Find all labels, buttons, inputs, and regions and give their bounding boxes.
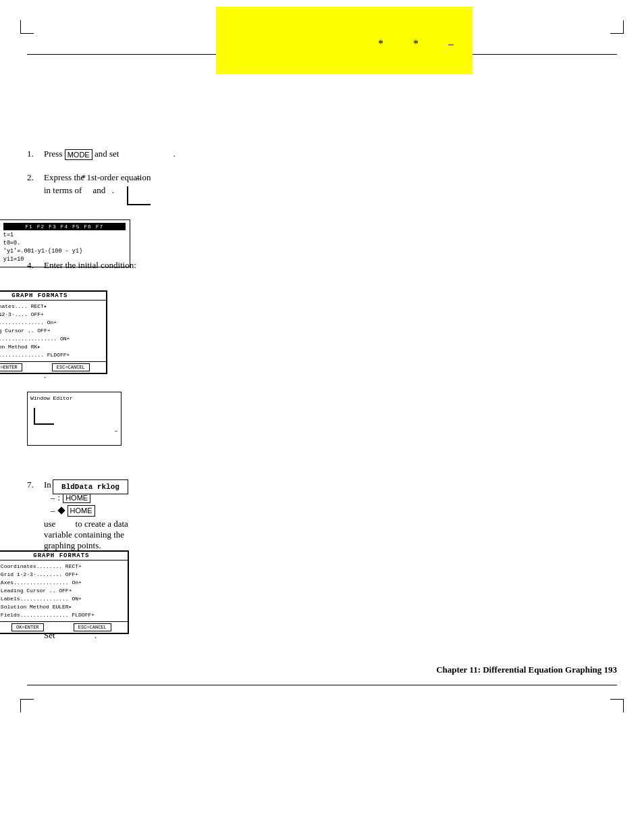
home-key-7b: HOME: [68, 505, 95, 516]
window-editor-box: Window Editor –: [27, 392, 122, 446]
blddata-box: BldData rklog: [53, 479, 128, 494]
gf-row-5-5: Labels.................. ON+: [0, 335, 101, 343]
gf-row-5-8: Labels............... ON+: [1, 595, 122, 603]
bottom-rule: [27, 685, 617, 685]
gf-row-3-8: Axes................. On+: [1, 579, 122, 587]
step-1-dot: .: [173, 149, 175, 159]
step-1-text: Press MODE and set: [44, 149, 119, 160]
mode-key: MODE: [65, 149, 92, 160]
window-dash: –: [30, 428, 118, 435]
graph-format-title-8: GRAPH FORMATS: [0, 552, 128, 561]
page-content: 1. Press MODE and set . 2. Express the 1…: [27, 61, 617, 679]
screen-line-1: t=1: [3, 232, 126, 240]
step-4-content: Enter the initial condition:: [44, 260, 136, 271]
graph-format-buttons-8: OK=ENTER ESC=CANCEL: [0, 621, 128, 633]
step-8: 8. Return to the Y= Editor,press: F1 — o…: [27, 554, 129, 641]
gf-row-2-8: Grid 1·2·3·........ OFF+: [1, 571, 122, 579]
cancel-btn-5[interactable]: ESC=CANCEL: [52, 363, 90, 371]
gf-row-6-8: Solution Method EULER▸: [1, 603, 122, 611]
gf-row-4-8: Leading Cursor .. OFF+: [1, 587, 122, 595]
dash-7b: –: [51, 505, 55, 516]
gf-row-1-5: Coordinates.... RECT▸: [0, 303, 101, 311]
corner-mark-tr: [610, 20, 624, 34]
step-1-number: 1.: [27, 149, 41, 159]
step-4-text: Enter the initial condition:: [44, 260, 136, 271]
step-2-symbols: * –: [82, 172, 151, 208]
gf-row-4-5: Leading Cursor .. OFF+: [0, 327, 101, 335]
highlight-box-symbols: * * –: [378, 38, 459, 50]
bracket-symbol: [127, 186, 151, 205]
step-4: 4. Enter the initial condition:: [27, 260, 136, 271]
gf-row-7-8: Fields............... FLDOFF+: [1, 611, 122, 619]
corner-mark-br: [610, 699, 624, 712]
blddata-text: BldData rklog: [61, 483, 119, 491]
ok-btn-5[interactable]: OK=ENTER: [0, 363, 22, 371]
graph-format-dialog-5: GRAPH FORMATS Coordinates.... RECT▸ Grid…: [0, 290, 107, 374]
step-5: 5. Press: F1 — or — – 1 – Set and .: [27, 294, 107, 381]
step-7-home2: – HOME: [51, 505, 128, 516]
blddata-inner: BldData rklog: [53, 479, 128, 494]
screen-line-2: t0=0.: [3, 240, 126, 248]
gf-row-1-8: Coordinates........ RECT+: [1, 563, 122, 571]
step-2: 2. Express the 1st-order equation in ter…: [27, 172, 151, 196]
graph-format-body-8: Coordinates........ RECT+ Grid 1·2·3·...…: [0, 561, 128, 621]
graph-format-box-5: GRAPH FORMATS Coordinates.... RECT▸ Grid…: [0, 290, 107, 374]
graph-format-dialog-8: GRAPH FORMATS Coordinates........ RECT+ …: [0, 550, 129, 634]
step-7-var: variable containing the: [44, 529, 128, 540]
chapter-footer-text: Chapter 11: Differential Equation Graphi…: [436, 664, 617, 675]
gf-row-2-5: Grid 1&2·3·.... OFF+: [0, 311, 101, 319]
window-box-inner: Window Editor –: [27, 392, 122, 446]
step-4-number: 4.: [27, 260, 41, 271]
window-bracket: [34, 408, 54, 425]
corner-mark-tl: [20, 20, 34, 34]
cancel-btn-8[interactable]: ESC=CANCEL: [74, 623, 111, 631]
gf-row-6-5: Solution Method RK▸: [0, 343, 101, 351]
step-1: 1. Press MODE and set .: [27, 149, 176, 160]
chapter-footer: Chapter 11: Differential Equation Graphi…: [27, 664, 617, 675]
step-7-use: use to create a data: [44, 519, 128, 529]
step-6: 6. In the Window Editor (WINDOW), set th…: [27, 392, 122, 425]
graph-format-buttons-5: OK=ENTER ESC=CANCEL: [0, 361, 106, 373]
step-2-number: 2.: [27, 172, 41, 183]
gf-row-3-5: Axes................ On+: [0, 319, 101, 327]
step-7-pts: graphing points.: [44, 540, 128, 551]
step-7-number: 7.: [27, 479, 41, 490]
step-7: 7. In the Home screen – : HOME – HOME us…: [27, 479, 128, 551]
gf-row-7-5: Fields.............. FLDOFF+: [0, 351, 101, 359]
screen-header: F1 F2 F3 F4 F5 F6 F7: [3, 223, 126, 230]
window-editor-label: Window Editor: [30, 395, 118, 401]
graph-format-title-5: GRAPH FORMATS: [0, 292, 106, 301]
ok-btn-8[interactable]: OK=ENTER: [11, 623, 44, 631]
graph-format-box-8: GRAPH FORMATS Coordinates........ RECT+ …: [0, 550, 129, 634]
graph-format-body-5: Coordinates.... RECT▸ Grid 1&2·3·.... OF…: [0, 301, 106, 361]
screen-line-3: 'y1'=.001·y1·(100 - y1): [3, 248, 126, 256]
corner-mark-bl: [20, 699, 34, 712]
step-3: 3. Enter the equation in the Y= Editor (…: [27, 223, 130, 245]
diamond-icon-7: [57, 507, 65, 515]
